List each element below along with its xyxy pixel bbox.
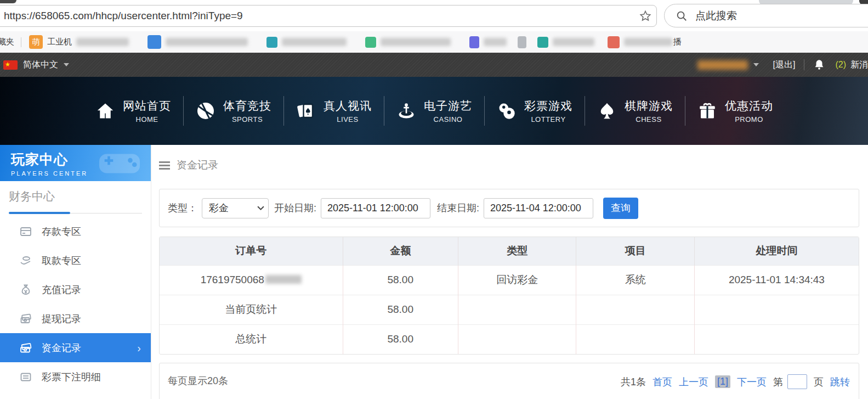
type-select[interactable]: 彩金 [202,198,269,218]
bookmark-item[interactable] [266,37,347,48]
nav-item-casino[interactable]: 电子游艺 CASINO [386,98,483,123]
sidebar-item-label: 充值记录 [42,283,81,296]
nav-label-en: LIVES [324,115,372,123]
bookmark-item[interactable] [518,36,526,48]
breadcrumb: 资金记录 [159,158,859,172]
per-page-label: 每页显示20条 [168,374,228,387]
browser-search-box[interactable] [664,4,868,27]
finance-section-header: 财务中心 [9,189,142,213]
next-page-link[interactable]: 下一页 [737,375,767,389]
nav-label-zh: 体育竞技 [223,98,271,114]
nav-label-en: LOTTERY [524,115,572,123]
type-label: 类型： [168,201,197,215]
search-icon [676,10,688,22]
chevron-down-icon[interactable] [753,63,759,66]
nav-item-lives[interactable]: 真人视讯 LIVES [286,98,382,123]
money-bag-icon [19,283,33,297]
bookmark-favicon [266,37,277,48]
bookmark-item[interactable] [537,37,594,48]
bookmark-item[interactable]: 萌 工业机 [29,35,129,49]
sidebar-item-recharge-record[interactable]: 充值记录 [0,275,151,304]
prev-page-link[interactable]: 上一页 [679,375,708,389]
main-panel: 资金记录 类型： 彩金 开始日期: 结束日期: 查询 [151,145,868,399]
query-button[interactable]: 查询 [603,198,638,219]
divider [585,96,585,126]
message-count[interactable]: (2) [835,60,846,70]
bookmark-favicon [608,36,620,48]
bookmark-star-icon[interactable] [634,9,656,23]
bell-icon[interactable] [813,59,825,71]
roulette-icon [396,100,417,121]
logout-button[interactable]: [退出] [773,59,796,71]
bookmark-favicon [469,36,479,48]
current-page-badge[interactable]: [1] [715,375,730,388]
bookmark-item[interactable] [147,35,248,49]
sidebar-item-funds-record[interactable]: 资金记录 › [0,333,151,362]
sidebar-item-deposit[interactable]: 存款专区 [0,217,151,246]
end-date-input[interactable] [484,198,593,218]
nav-item-lottery[interactable]: 彩票游戏 LOTTERY [486,98,583,123]
page-jump-input[interactable] [787,374,807,389]
jump-suffix-label: 页 [814,375,824,389]
redacted-text [381,38,451,46]
wallet-icon [19,312,33,326]
home-icon [95,100,116,121]
language-selector[interactable]: 简体中文 [23,59,58,71]
redacted-text [265,275,302,284]
browser-chrome [0,0,868,31]
pagination-bar: 每页显示20条 共1条 首页 上一页 [1] 下一页 第 页 跳转 [159,363,859,399]
nav-label-en: HOME [123,115,171,123]
bookmark-item[interactable] [365,37,451,48]
nav-item-promo[interactable]: 优惠活动 PROMO [687,98,784,123]
sidebar-item-withdraw[interactable]: 取款专区 [0,246,151,275]
nav-item-home[interactable]: 网站首页 HOME [85,98,181,123]
main-navigation: 网站首页 HOME 体育竞技 SPORTS 真人视讯 LIVES 电子游艺 CA… [0,77,868,145]
table-header-row: 订单号 金额 类型 项目 处理时间 [160,237,859,265]
chevron-down-icon[interactable] [64,63,69,66]
redacted-text [484,38,507,46]
divider [804,59,804,70]
search-input[interactable] [695,10,832,22]
bookmark-favicon [518,36,526,48]
playing-cards-icon [296,100,316,121]
jump-button[interactable]: 跳转 [830,375,850,389]
hand-money-icon [19,254,33,268]
sidebar-item-withdraw-record[interactable]: 提现记录 [0,304,151,333]
nav-label-zh: 棋牌游戏 [625,98,673,114]
nav-label-zh: 彩票游戏 [524,98,572,114]
url-input[interactable] [0,10,634,22]
nav-label-en: PROMO [725,115,773,123]
nav-label-zh: 优惠活动 [725,98,773,114]
nav-item-chess[interactable]: 棋牌游戏 CHESS [587,98,683,123]
divider [283,96,284,126]
redacted-text [76,38,129,46]
nav-item-sports[interactable]: 体育竞技 SPORTS [185,98,282,123]
table-row-total-summary: 总统计 58.00 [160,324,859,354]
banknotes-icon [19,341,33,355]
divider [183,96,184,126]
redacted-text [282,38,347,46]
url-bar[interactable] [0,5,657,27]
username-redacted[interactable] [697,60,748,70]
cell-amount: 58.00 [343,324,458,354]
window-edge-artifact [0,0,16,3]
bookmarks-folder-label[interactable]: 藏夹 [0,37,14,47]
cell-type: 回访彩金 [458,265,576,295]
sidebar-item-lottery-bets[interactable]: 彩票下注明细 [0,362,151,391]
bookmark-favicon [365,37,376,48]
jump-prefix-label: 第 [773,375,783,389]
nav-label-zh: 真人视讯 [324,98,372,114]
bookmark-favicon [537,37,548,48]
site-top-bar: ★ 简体中文 [退出] (2) 新消 [0,53,868,77]
message-label[interactable]: 新消 [850,59,868,71]
bookmark-item[interactable] [469,36,507,48]
cell-project: 系统 [576,265,694,295]
first-page-link[interactable]: 首页 [653,375,672,389]
col-header-time: 处理时间 [694,237,859,265]
bookmarks-bar: 藏夹 萌 工业机 播 [0,31,868,53]
sidebar-item-label: 存款专区 [42,225,81,238]
bookmark-item[interactable]: 播 [608,36,682,48]
page-title: 资金记录 [177,158,218,172]
start-date-input[interactable] [321,198,430,218]
gamepad-icon [98,149,141,178]
